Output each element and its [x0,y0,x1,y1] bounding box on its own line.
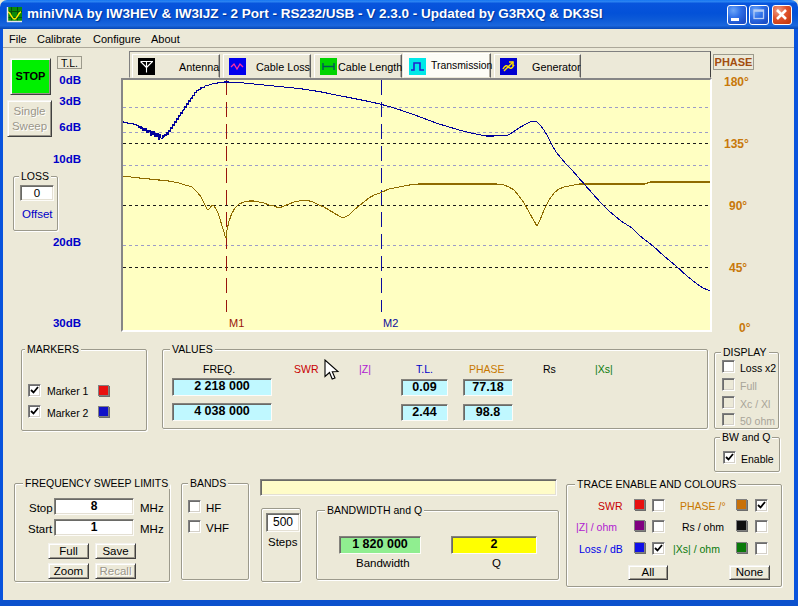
svg-text:M2: M2 [383,317,398,329]
svg-text:M1: M1 [229,317,244,329]
